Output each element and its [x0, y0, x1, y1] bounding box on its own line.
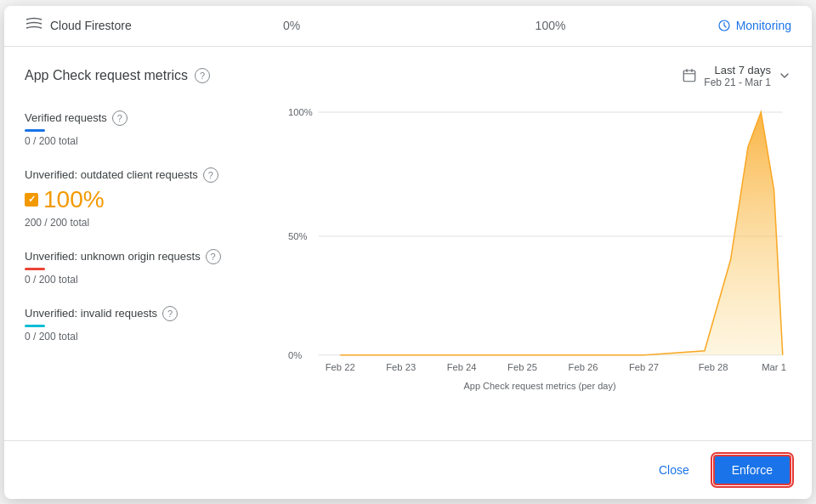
unknown-label: Unverified: unknown origin requests: [25, 250, 201, 263]
firestore-icon: [25, 16, 43, 36]
chart-area: Verified requests ? 0 / 200 total Unveri…: [25, 102, 791, 423]
main-content: App Check request metrics ? Last 7 days …: [4, 47, 812, 440]
date-range-selector[interactable]: Last 7 days Feb 21 - Mar 1: [682, 64, 791, 88]
date-range-label: Last 7 days: [704, 64, 771, 76]
metrics-header: App Check request metrics ? Last 7 days …: [25, 64, 791, 88]
main-dialog: Cloud Firestore 0% 100% Monitoring App C…: [4, 6, 812, 499]
svg-text:Feb 27: Feb 27: [629, 362, 659, 372]
metrics-title-group: App Check request metrics ?: [25, 68, 210, 83]
svg-text:Feb 22: Feb 22: [326, 362, 355, 372]
legend-item-outdated-title: Unverified: outdated client requests ?: [25, 167, 280, 183]
outdated-label: Unverified: outdated client requests: [25, 168, 198, 181]
verified-label: Verified requests: [25, 111, 107, 124]
verified-count: 0 / 200 total: [25, 135, 280, 147]
chart-container: 100% 50% 0%: [288, 102, 791, 423]
service-label: Cloud Firestore: [25, 16, 132, 36]
monitoring-label: Monitoring: [736, 19, 791, 32]
outdated-help-icon[interactable]: ?: [203, 167, 218, 183]
unknown-count: 0 / 200 total: [25, 274, 280, 286]
legend-item-invalid-title: Unverified: invalid requests ?: [25, 306, 280, 321]
invalid-line: [25, 325, 45, 327]
legend-item-outdated: Unverified: outdated client requests ? 1…: [25, 156, 280, 237]
legend-item-invalid: Unverified: invalid requests ? 0 / 200 t…: [25, 294, 280, 351]
footer: Close Enforce: [4, 440, 812, 499]
chart-xlabel: App Check request metrics (per day): [288, 381, 791, 391]
svg-text:Feb 24: Feb 24: [447, 362, 477, 372]
invalid-count: 0 / 200 total: [25, 331, 280, 343]
svg-text:50%: 50%: [288, 231, 307, 241]
svg-text:Mar 1: Mar 1: [762, 362, 786, 372]
service-name: Cloud Firestore: [50, 19, 132, 32]
monitoring-link[interactable]: Monitoring: [717, 19, 791, 32]
verified-line: [25, 129, 45, 132]
metrics-help-icon[interactable]: ?: [195, 68, 210, 83]
svg-text:Feb 23: Feb 23: [386, 362, 416, 372]
outdated-count: 200 / 200 total: [25, 217, 280, 229]
chevron-down-icon: [778, 69, 791, 82]
calendar-icon: [682, 68, 697, 83]
legend-item-unknown-title: Unverified: unknown origin requests ?: [25, 249, 280, 264]
svg-text:Feb 25: Feb 25: [507, 362, 537, 372]
unknown-line: [25, 268, 45, 270]
svg-text:0%: 0%: [288, 349, 302, 360]
top-bar: Cloud Firestore 0% 100% Monitoring: [4, 6, 812, 47]
metrics-title: App Check request metrics: [25, 68, 188, 83]
percent-100: 100%: [536, 19, 566, 32]
outdated-percent-value: 100%: [43, 186, 105, 213]
top-percents: 0% 100%: [166, 19, 683, 32]
legend-item-verified-title: Verified requests ?: [25, 110, 280, 126]
invalid-help-icon[interactable]: ?: [162, 306, 178, 321]
date-range-sub: Feb 21 - Mar 1: [704, 76, 771, 88]
chart-area-fill: [340, 112, 783, 355]
enforce-button[interactable]: Enforce: [713, 455, 791, 485]
clock-icon: [717, 19, 731, 32]
chart-svg: 100% 50% 0%: [288, 102, 791, 374]
verified-help-icon[interactable]: ?: [112, 110, 128, 126]
percent-0: 0%: [283, 19, 300, 32]
legend: Verified requests ? 0 / 200 total Unveri…: [25, 102, 280, 423]
svg-rect-1: [684, 71, 696, 82]
svg-text:100%: 100%: [288, 107, 313, 117]
date-range-text: Last 7 days Feb 21 - Mar 1: [704, 64, 771, 88]
svg-text:Feb 28: Feb 28: [699, 362, 728, 372]
outdated-checkbox[interactable]: [25, 193, 38, 207]
unknown-help-icon[interactable]: ?: [206, 249, 221, 264]
legend-item-verified: Verified requests ? 0 / 200 total: [25, 102, 280, 156]
svg-text:Feb 26: Feb 26: [569, 362, 598, 372]
close-button[interactable]: Close: [645, 456, 703, 484]
outdated-percent: 100%: [25, 186, 280, 213]
invalid-label: Unverified: invalid requests: [25, 307, 157, 320]
legend-item-unknown: Unverified: unknown origin requests ? 0 …: [25, 237, 280, 294]
